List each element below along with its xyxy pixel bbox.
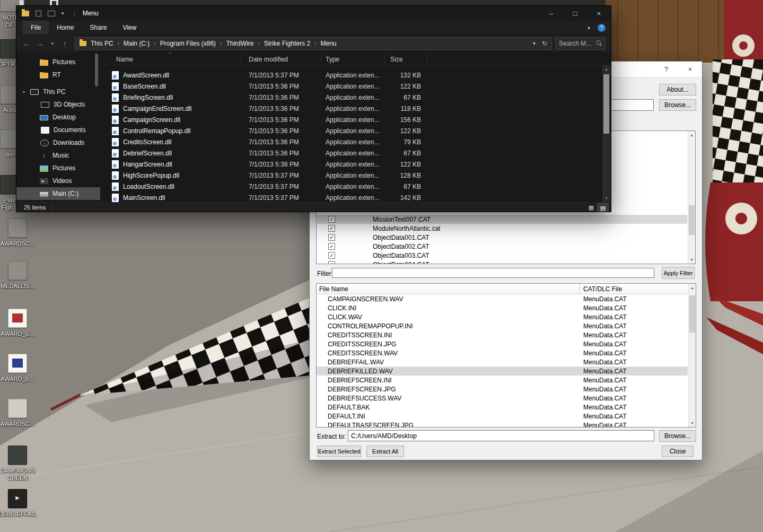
column-header-size[interactable]: Size: [385, 54, 427, 65]
extract-all-button[interactable]: Extract All: [366, 446, 404, 457]
sidebar-item-pictures[interactable]: Pictures: [16, 162, 100, 175]
sidebar-item-music[interactable]: ♪Music: [16, 149, 100, 162]
file-row-hangarscreen-dll[interactable]: HangarScreen.dll7/1/2013 5:38 PMApplicat…: [100, 159, 602, 170]
address-bar[interactable]: This PC›Main (C:)›Program Files (x86)›Th…: [75, 37, 552, 50]
extract-file-row-defaultbasescreen-jpg[interactable]: DEFAULTBASESCREEN.JPGMenuData.CAT: [317, 421, 688, 427]
cat-file-row-objectdata004-cat[interactable]: ✓ObjectData004.CAT: [317, 260, 687, 264]
browse-cat-button[interactable]: Browse...: [659, 99, 696, 111]
extract-file-row-debriefsuccess-wav[interactable]: DEBRIEFSUCCESS.WAVMenuData.CAT: [317, 394, 688, 403]
cat-file-row-objectdata003-cat[interactable]: ✓ObjectData003.CAT: [317, 251, 687, 260]
breadcrumb-item-this-pc[interactable]: This PC: [86, 40, 118, 47]
extract-file-row-default-ini[interactable]: DEFAULT.INIMenuData.CAT: [317, 412, 688, 421]
checkbox-checked-icon[interactable]: ✓: [328, 234, 335, 241]
breadcrumb-item-main-c[interactable]: Main (C:): [119, 40, 154, 47]
up-icon[interactable]: ↑: [58, 39, 72, 48]
column-header-name[interactable]: Nameˆ: [100, 54, 242, 65]
file-row-creditsscreen-dll[interactable]: CreditsScreen.dll7/1/2013 5:36 PMApplica…: [100, 136, 602, 147]
file-row-debriefscreen-dll[interactable]: DebriefScreen.dll7/1/2013 5:36 PMApplica…: [100, 147, 602, 159]
extract-file-row-debriefscreen-jpg[interactable]: DEBRIEFSCREEN.JPGMenuData.CAT: [317, 385, 688, 394]
ribbon-tab-home[interactable]: Home: [49, 21, 82, 34]
file-row-loadoutscreen-dll[interactable]: LoadoutScreen.dll7/1/2013 5:37 PMApplica…: [100, 181, 602, 192]
help-icon[interactable]: ?: [598, 24, 606, 32]
file-row-controlremappopup-dll[interactable]: ControlRemapPopup.dll7/1/2013 5:36 PMApp…: [100, 125, 602, 136]
extract-file-row-debriefscreen-ini[interactable]: DEBRIEFSCREEN.INIMenuData.CAT: [317, 376, 688, 385]
explorer-titlebar[interactable]: ▾ | Menu – □ ×: [16, 6, 611, 21]
sidebar-item-3d-objects[interactable]: 3D Objects: [16, 98, 100, 111]
sidebar-item-main-c[interactable]: Main (C:): [16, 187, 100, 200]
extract-file-row-creditsscreen-jpg[interactable]: CREDITSSCREEN.JPGMenuData.CAT: [317, 339, 688, 348]
filter-input[interactable]: [332, 268, 654, 278]
customize-toolbar-icon[interactable]: ▾: [62, 11, 64, 16]
ribbon-tab-view[interactable]: View: [115, 21, 144, 34]
desktop-icon-awardsc[interactable]: AWARDSC...: [0, 399, 36, 428]
browse-extract-button[interactable]: Browse...: [659, 430, 696, 442]
desktop-icon-medallis[interactable]: MEDALLIS...: [0, 261, 36, 290]
sidebar-scrollbar-thumb[interactable]: [95, 54, 98, 86]
file-row-basescreen-dll[interactable]: BaseScreen.dll7/1/2013 5:36 PMApplicatio…: [100, 81, 602, 92]
extract-file-row-campaignscreen-wav[interactable]: CAMPAIGNSCREEN.WAVMenuData.CAT: [317, 294, 688, 303]
sidebar-item-downloads[interactable]: Downloads: [16, 136, 100, 149]
properties-icon[interactable]: [36, 11, 41, 16]
ribbon-tab-share[interactable]: Share: [82, 21, 115, 34]
recent-locations-icon[interactable]: ▾: [47, 41, 58, 46]
cat-file-row-modulenorthatlantic-cat[interactable]: ✓ModuleNorthAtlantic.cat: [317, 224, 687, 233]
scrollbar-thumb[interactable]: [603, 74, 609, 134]
ribbon-tab-file[interactable]: File: [23, 21, 49, 34]
refresh-icon[interactable]: ↻: [542, 40, 547, 47]
desktop-icon-campaigns-creen[interactable]: CAMPAIGNSCREEN: [0, 446, 36, 482]
close-button[interactable]: Close: [662, 446, 694, 457]
desktop-icon-award-s[interactable]: AWARD_S...: [0, 309, 36, 337]
search-input[interactable]: [559, 40, 593, 47]
thumbnail-view-button[interactable]: ▦: [585, 203, 597, 212]
sidebar-item-documents[interactable]: Documents: [16, 124, 100, 136]
column-header-cat-dlc-file[interactable]: CAT/DLC File: [580, 284, 622, 294]
sidebar-item-videos[interactable]: Videos: [16, 175, 100, 187]
scrollbar-thumb[interactable]: [689, 205, 695, 235]
back-icon[interactable]: ←: [20, 39, 33, 48]
checkbox-checked-icon[interactable]: ✓: [328, 225, 335, 232]
expand-ribbon-icon[interactable]: ▾: [587, 25, 590, 31]
sidebar-item-desktop[interactable]: Desktop: [16, 111, 100, 124]
desktop-icon-debrieffail[interactable]: DEBRIEFFAIL: [0, 489, 36, 518]
file-row-mainscreen-dll[interactable]: MainScreen.dll7/1/2013 5:37 PMApplicatio…: [100, 192, 602, 202]
new-folder-icon[interactable]: [48, 11, 55, 16]
scroll-up-icon[interactable]: ▴: [688, 131, 695, 139]
breadcrumb-item-thirdwire[interactable]: ThirdWire: [222, 40, 258, 47]
cat-file-row-missiontext007-cat[interactable]: ✓MissionText007.CAT: [317, 215, 687, 224]
maximize-button[interactable]: □: [563, 6, 587, 21]
extract-path-input[interactable]: [348, 430, 654, 441]
column-header-date-modified[interactable]: Date modified: [242, 54, 321, 65]
scroll-up-icon[interactable]: ▴: [602, 65, 610, 73]
extract-file-row-click-ini[interactable]: CLICK.INIMenuData.CAT: [317, 303, 688, 312]
breadcrumb-item-program-files-x86[interactable]: Program Files (x86): [156, 40, 220, 47]
breadcrumb-item-menu[interactable]: Menu: [317, 40, 341, 47]
extract-list-scrollbar[interactable]: ▴ ▾: [688, 284, 696, 427]
file-row-highscorepopup-dll[interactable]: HighScorePopup.dll7/1/2013 5:37 PMApplic…: [100, 170, 602, 181]
checkbox-checked-icon[interactable]: ✓: [328, 261, 335, 264]
desktop-icon-award-s[interactable]: AWARD_S...: [0, 354, 36, 382]
cat-file-row-objectdata002-cat[interactable]: ✓ObjectData002.CAT: [317, 242, 687, 251]
file-row-campaignendscreen-dll[interactable]: CampaignEndScreen.dll7/1/2013 5:36 PMApp…: [100, 103, 602, 114]
sidebar-item-this-pc[interactable]: ▾This PC: [16, 85, 100, 98]
scroll-down-icon[interactable]: ▾: [602, 194, 610, 202]
apply-filter-button[interactable]: Apply Filter: [662, 267, 695, 279]
column-header-file-name[interactable]: File Name: [317, 284, 580, 294]
cat-list-scrollbar[interactable]: ▴ ▾: [688, 131, 695, 264]
file-row-awardscreen-dll[interactable]: AwardScreen.dll7/1/2013 5:37 PMApplicati…: [100, 69, 602, 81]
minimize-button[interactable]: –: [539, 6, 563, 21]
extractor-close-icon[interactable]: ×: [678, 62, 702, 77]
about-button[interactable]: About...: [659, 84, 696, 95]
breadcrumb-item-strike-fighters-2[interactable]: Strike Fighters 2: [260, 40, 314, 47]
file-row-briefingscreen-dll[interactable]: BriefingScreen.dll7/1/2013 5:36 PMApplic…: [100, 92, 602, 103]
extract-file-row-controlremappopup-ini[interactable]: CONTROLREMAPPOPUP.INIMenuData.CAT: [317, 321, 688, 330]
sidebar-item-rt[interactable]: RT: [16, 68, 100, 81]
extract-file-row-creditsscreen-wav[interactable]: CREDITSSCREEN.WAVMenuData.CAT: [317, 348, 688, 357]
column-header-type[interactable]: Type: [321, 54, 385, 65]
scroll-down-icon[interactable]: ▾: [689, 419, 696, 427]
file-list-scrollbar[interactable]: ▴ ▾: [602, 65, 610, 202]
forward-icon[interactable]: →: [33, 39, 47, 48]
extract-file-row-debriefkilled-wav[interactable]: DEBRIEFKILLED.WAVMenuData.CAT: [317, 367, 688, 376]
checkbox-checked-icon[interactable]: ✓: [328, 252, 335, 259]
desktop-icon-awardsc[interactable]: AWARDSC...: [0, 219, 36, 247]
sidebar-item-pictures[interactable]: Pictures: [16, 56, 100, 68]
